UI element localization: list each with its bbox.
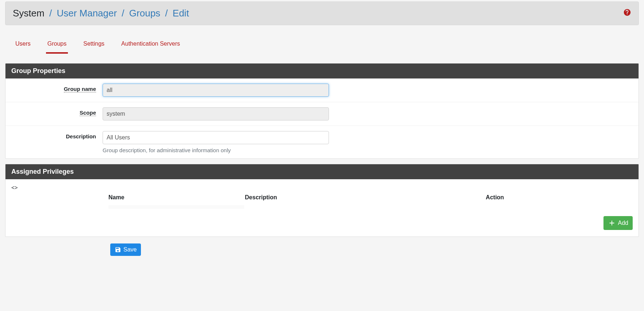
scope-input[interactable] (103, 107, 329, 120)
privileges-table: Name Description Action (108, 191, 633, 210)
description-help-text: Group description, for administrative in… (103, 147, 329, 153)
breadcrumb-root: System (13, 8, 45, 19)
add-button[interactable]: Add (603, 216, 633, 230)
add-button-label: Add (618, 220, 628, 226)
group-name-input[interactable] (103, 84, 329, 97)
breadcrumb-groups[interactable]: Groups (129, 8, 160, 19)
label-description: Description (66, 133, 96, 139)
panel-heading-group-properties: Group Properties (5, 64, 639, 78)
save-button-label: Save (123, 246, 137, 253)
row-description: Description Group description, for admin… (5, 126, 639, 158)
group-properties-panel: Group Properties Group name Scope Descri… (5, 63, 639, 159)
breadcrumb-separator: / (122, 8, 124, 19)
breadcrumb-edit[interactable]: Edit (173, 8, 189, 19)
privileges-col-action: Action (486, 191, 632, 204)
tab-settings[interactable]: Settings (82, 38, 106, 54)
label-group-name: Group name (64, 86, 96, 92)
plus-icon (608, 219, 616, 227)
save-icon (115, 246, 121, 253)
tab-authentication-servers[interactable]: Authentication Servers (120, 38, 181, 54)
panel-heading-assigned-privileges: Assigned Privileges (5, 164, 639, 179)
privileges-col-description: Description (245, 191, 485, 204)
breadcrumb-user-manager[interactable]: User Manager (57, 8, 117, 19)
tab-bar: Users Groups Settings Authentication Ser… (5, 29, 639, 54)
tab-groups[interactable]: Groups (46, 38, 68, 54)
label-scope: Scope (80, 110, 96, 116)
help-icon[interactable] (623, 8, 631, 18)
save-button[interactable]: Save (110, 243, 141, 256)
privileges-col-name: Name (108, 191, 244, 204)
breadcrumb-separator: / (49, 8, 52, 19)
assigned-privileges-panel: Assigned Privileges <> Name Description … (5, 164, 639, 237)
tab-users[interactable]: Users (14, 38, 32, 54)
breadcrumb: System / User Manager / Groups / Edit (13, 8, 189, 19)
breadcrumb-bar: System / User Manager / Groups / Edit (5, 1, 639, 25)
row-group-name: Group name (5, 78, 639, 102)
breadcrumb-separator: / (165, 8, 168, 19)
description-input[interactable] (103, 131, 329, 144)
row-scope: Scope (5, 102, 639, 126)
